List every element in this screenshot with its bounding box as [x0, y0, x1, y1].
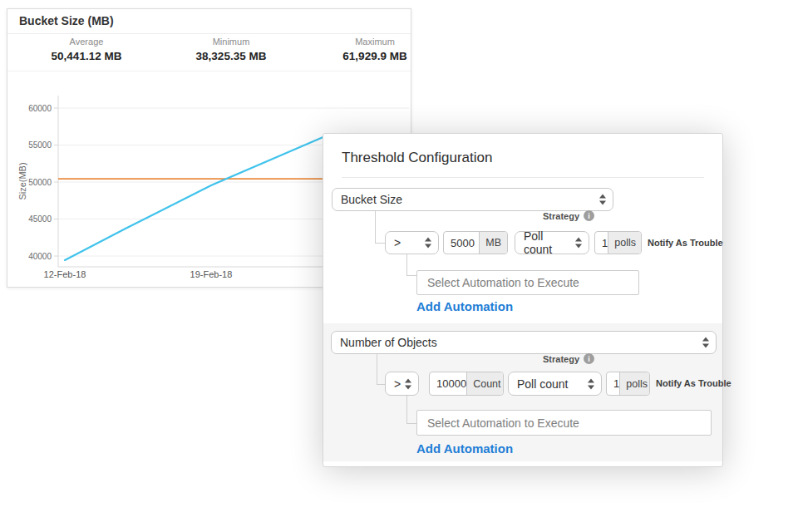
metric-select-number-of-objects[interactable]: Number of Objects — [331, 331, 717, 354]
select-automation-placeholder: Select Automation to Execute — [427, 276, 579, 289]
updown-arrows-icon — [574, 238, 582, 249]
notify-as-trouble-label: Notify As Trouble — [648, 231, 723, 254]
select-automation-field[interactable]: Select Automation to Execute — [416, 270, 639, 295]
unit-suffix: MB — [479, 232, 507, 254]
tree-connector — [377, 384, 385, 385]
updown-arrows-icon — [587, 378, 594, 389]
stat-value: 50,441.12 MB — [52, 50, 122, 62]
poll-count-input-group: 1 polls — [594, 231, 642, 254]
updown-arrows-icon — [404, 378, 411, 389]
info-icon[interactable] — [584, 353, 594, 364]
select-automation-field[interactable]: Select Automation to Execute — [416, 410, 712, 436]
threshold-value-input-group: 5000 MB — [443, 231, 508, 254]
tree-connector — [406, 275, 416, 276]
operator-select[interactable]: > — [385, 372, 419, 396]
strategy-select-value: Poll count — [517, 377, 568, 391]
strategy-label-row: Strategy — [543, 210, 594, 221]
threshold-configuration-dialog: Threshold Configuration Bucket Size Stra… — [323, 133, 723, 467]
strategy-label: Strategy — [543, 354, 579, 364]
svg-text:Size(MB): Size(MB) — [17, 162, 27, 200]
divider — [7, 33, 411, 34]
strategy-select[interactable]: Poll count — [508, 372, 602, 396]
chart-title: Bucket Size (MB) — [19, 14, 114, 27]
threshold-value-input-group: 10000 Count — [429, 372, 504, 396]
tree-connector — [406, 423, 416, 424]
tree-connector — [406, 254, 407, 275]
strategy-select-value: Poll count — [524, 229, 569, 256]
poll-count-input[interactable]: 1 — [607, 372, 619, 395]
stat-label: Average — [52, 37, 122, 47]
add-automation-link[interactable]: Add Automation — [416, 441, 513, 456]
tree-connector — [406, 396, 407, 423]
operator-select-value: > — [394, 236, 401, 249]
strategy-select[interactable]: Poll count — [515, 231, 589, 254]
updown-arrows-icon — [702, 337, 709, 348]
svg-text:40000: 40000 — [28, 252, 52, 261]
threshold-value-input[interactable]: 10000 — [430, 372, 466, 395]
strategy-label-row: Strategy — [543, 353, 594, 364]
updown-arrows-icon — [424, 238, 431, 249]
stat-label: Maximum — [342, 37, 406, 47]
tree-connector — [377, 354, 377, 384]
stat-value: 38,325.35 MB — [196, 50, 267, 62]
stat-maximum: Maximum 61,929.9 MB — [342, 37, 406, 62]
svg-text:19-Feb-18: 19-Feb-18 — [190, 269, 233, 279]
stat-minimum: Minimum 38,325.35 MB — [196, 37, 267, 62]
updown-arrows-icon — [598, 195, 606, 205]
dialog-title: Threshold Configuration — [342, 150, 492, 166]
tree-connector — [375, 211, 376, 243]
notify-as-trouble-label: Notify As Trouble — [656, 372, 732, 396]
page: 400004500050000550006000012-Feb-1819-Feb… — [0, 0, 798, 532]
divider — [7, 71, 411, 71]
stat-value: 61,929.9 MB — [342, 50, 406, 62]
stat-label: Minimum — [196, 37, 267, 47]
metric-select-value: Number of Objects — [340, 336, 437, 349]
svg-text:45000: 45000 — [28, 214, 52, 224]
unit-suffix: Count — [466, 372, 504, 395]
svg-text:50000: 50000 — [28, 178, 52, 187]
metric-select-bucket-size[interactable]: Bucket Size — [332, 188, 613, 211]
select-automation-placeholder: Select Automation to Execute — [427, 416, 579, 430]
poll-count-input[interactable]: 1 — [595, 232, 608, 254]
strategy-label: Strategy — [543, 211, 579, 221]
poll-count-input-group: 1 polls — [606, 372, 650, 396]
polls-suffix: polls — [608, 232, 642, 254]
tree-connector — [375, 243, 385, 244]
operator-select-value: > — [394, 377, 401, 391]
threshold-value-input[interactable]: 5000 — [444, 232, 479, 254]
stat-average: Average 50,441.12 MB — [52, 37, 122, 62]
svg-text:12-Feb-18: 12-Feb-18 — [44, 269, 86, 279]
add-automation-link[interactable]: Add Automation — [416, 299, 513, 313]
operator-select[interactable]: > — [385, 231, 439, 254]
metric-select-value: Bucket Size — [341, 193, 402, 206]
svg-text:60000: 60000 — [28, 104, 52, 113]
svg-text:55000: 55000 — [28, 140, 52, 150]
info-icon[interactable] — [584, 210, 594, 221]
divider — [342, 177, 704, 178]
polls-suffix: polls — [619, 372, 650, 395]
